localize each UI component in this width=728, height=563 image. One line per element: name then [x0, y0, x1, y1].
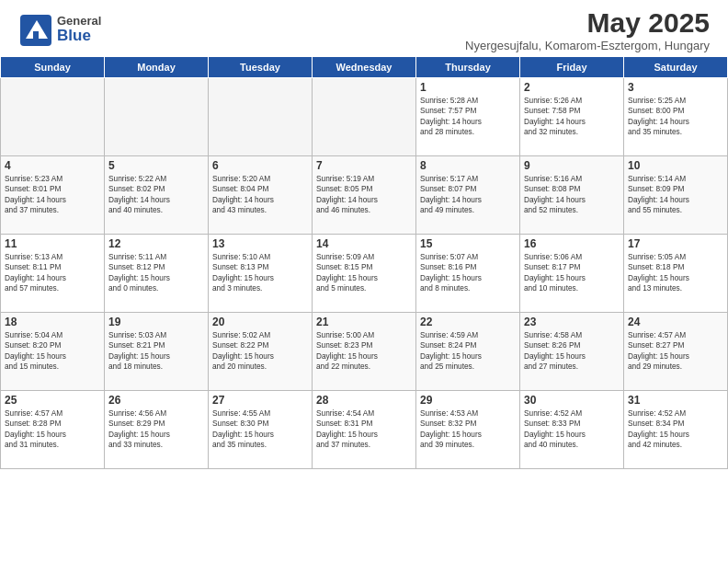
day-info: Sunrise: 4:59 AM Sunset: 8:24 PM Dayligh… [420, 330, 516, 373]
day-cell: 21Sunrise: 5:00 AM Sunset: 8:23 PM Dayli… [313, 313, 416, 391]
day-number: 17 [628, 237, 723, 250]
day-number: 24 [628, 316, 723, 328]
header-monday: Monday [105, 57, 209, 78]
day-number: 2 [524, 81, 620, 94]
day-cell: 13Sunrise: 5:10 AM Sunset: 8:13 PM Dayli… [209, 235, 313, 313]
day-cell: 29Sunrise: 4:53 AM Sunset: 8:32 PM Dayli… [416, 391, 520, 469]
day-info: Sunrise: 5:14 AM Sunset: 8:09 PM Dayligh… [628, 174, 723, 216]
day-cell: 6Sunrise: 5:20 AM Sunset: 8:04 PM Daylig… [209, 156, 313, 235]
day-info: Sunrise: 4:57 AM Sunset: 8:27 PM Dayligh… [628, 330, 723, 373]
header-friday: Friday [520, 57, 624, 78]
day-info: Sunrise: 4:53 AM Sunset: 8:32 PM Dayligh… [420, 408, 516, 451]
day-cell: 8Sunrise: 5:17 AM Sunset: 8:07 PM Daylig… [416, 156, 520, 235]
day-info: Sunrise: 4:52 AM Sunset: 8:34 PM Dayligh… [628, 408, 723, 451]
day-cell: 28Sunrise: 4:54 AM Sunset: 8:31 PM Dayli… [313, 391, 416, 469]
day-cell: 31Sunrise: 4:52 AM Sunset: 8:34 PM Dayli… [624, 391, 728, 469]
day-number: 4 [5, 159, 100, 172]
day-info: Sunrise: 5:06 AM Sunset: 8:17 PM Dayligh… [524, 252, 620, 294]
day-number: 27 [212, 394, 308, 407]
day-cell: 16Sunrise: 5:06 AM Sunset: 8:17 PM Dayli… [520, 235, 624, 313]
day-info: Sunrise: 5:00 AM Sunset: 8:23 PM Dayligh… [316, 330, 412, 373]
day-cell: 2Sunrise: 5:26 AM Sunset: 7:58 PM Daylig… [520, 78, 624, 156]
day-info: Sunrise: 5:25 AM Sunset: 8:00 PM Dayligh… [628, 96, 723, 138]
day-number: 26 [108, 394, 204, 407]
day-number: 21 [316, 316, 412, 328]
logo: General Blue [18, 13, 101, 48]
day-info: Sunrise: 5:28 AM Sunset: 7:57 PM Dayligh… [420, 96, 516, 138]
day-number: 19 [108, 316, 204, 328]
day-cell: 23Sunrise: 4:58 AM Sunset: 8:26 PM Dayli… [520, 313, 624, 391]
logo-general: General [57, 15, 101, 28]
day-number: 8 [420, 159, 516, 172]
day-number: 28 [316, 394, 412, 407]
day-number: 12 [108, 237, 204, 250]
calendar-week-3: 18Sunrise: 5:04 AM Sunset: 8:20 PM Dayli… [1, 313, 728, 391]
calendar-week-4: 25Sunrise: 4:57 AM Sunset: 8:28 PM Dayli… [1, 391, 728, 469]
day-cell: 14Sunrise: 5:09 AM Sunset: 8:15 PM Dayli… [313, 235, 416, 313]
day-info: Sunrise: 5:05 AM Sunset: 8:18 PM Dayligh… [628, 252, 723, 294]
day-number: 15 [420, 237, 516, 250]
day-info: Sunrise: 5:17 AM Sunset: 8:07 PM Dayligh… [420, 174, 516, 216]
day-cell: 9Sunrise: 5:16 AM Sunset: 8:08 PM Daylig… [520, 156, 624, 235]
day-info: Sunrise: 5:23 AM Sunset: 8:01 PM Dayligh… [5, 174, 100, 216]
day-info: Sunrise: 5:02 AM Sunset: 8:22 PM Dayligh… [212, 330, 308, 373]
day-info: Sunrise: 5:26 AM Sunset: 7:58 PM Dayligh… [524, 96, 620, 138]
day-info: Sunrise: 5:07 AM Sunset: 8:16 PM Dayligh… [420, 252, 516, 294]
day-cell: 11Sunrise: 5:13 AM Sunset: 8:11 PM Dayli… [1, 235, 105, 313]
day-info: Sunrise: 5:22 AM Sunset: 8:02 PM Dayligh… [108, 174, 204, 216]
day-cell: 24Sunrise: 4:57 AM Sunset: 8:27 PM Dayli… [624, 313, 728, 391]
day-info: Sunrise: 5:03 AM Sunset: 8:21 PM Dayligh… [108, 330, 204, 373]
day-cell: 18Sunrise: 5:04 AM Sunset: 8:20 PM Dayli… [1, 313, 105, 391]
day-number: 11 [5, 237, 100, 250]
day-number: 25 [5, 394, 100, 407]
logo-icon [18, 13, 53, 48]
day-number: 20 [212, 316, 308, 328]
day-info: Sunrise: 4:56 AM Sunset: 8:29 PM Dayligh… [108, 408, 204, 451]
day-info: Sunrise: 5:09 AM Sunset: 8:15 PM Dayligh… [316, 252, 412, 294]
day-cell: 17Sunrise: 5:05 AM Sunset: 8:18 PM Dayli… [624, 235, 728, 313]
day-info: Sunrise: 4:57 AM Sunset: 8:28 PM Dayligh… [5, 408, 100, 451]
day-number: 31 [628, 394, 723, 407]
calendar-week-0: 1Sunrise: 5:28 AM Sunset: 7:57 PM Daylig… [1, 78, 728, 156]
day-number: 22 [420, 316, 516, 328]
day-number: 29 [420, 394, 516, 407]
day-info: Sunrise: 5:16 AM Sunset: 8:08 PM Dayligh… [524, 174, 620, 216]
day-cell: 10Sunrise: 5:14 AM Sunset: 8:09 PM Dayli… [624, 156, 728, 235]
day-cell: 7Sunrise: 5:19 AM Sunset: 8:05 PM Daylig… [313, 156, 416, 235]
day-number: 18 [5, 316, 100, 328]
day-cell: 12Sunrise: 5:11 AM Sunset: 8:12 PM Dayli… [105, 235, 209, 313]
day-cell: 30Sunrise: 4:52 AM Sunset: 8:33 PM Dayli… [520, 391, 624, 469]
day-info: Sunrise: 5:10 AM Sunset: 8:13 PM Dayligh… [212, 252, 308, 294]
day-cell: 3Sunrise: 5:25 AM Sunset: 8:00 PM Daylig… [624, 78, 728, 156]
day-number: 1 [420, 81, 516, 94]
day-number: 3 [628, 81, 723, 94]
day-cell [105, 78, 209, 156]
logo-blue: Blue [57, 28, 101, 45]
day-info: Sunrise: 5:04 AM Sunset: 8:20 PM Dayligh… [5, 330, 100, 373]
day-cell: 15Sunrise: 5:07 AM Sunset: 8:16 PM Dayli… [416, 235, 520, 313]
day-number: 30 [524, 394, 620, 407]
calendar-week-1: 4Sunrise: 5:23 AM Sunset: 8:01 PM Daylig… [1, 156, 728, 235]
header-sunday: Sunday [1, 57, 105, 78]
calendar-table: Sunday Monday Tuesday Wednesday Thursday… [0, 56, 728, 469]
day-cell: 25Sunrise: 4:57 AM Sunset: 8:28 PM Dayli… [1, 391, 105, 469]
svg-rect-2 [33, 31, 39, 39]
day-cell: 19Sunrise: 5:03 AM Sunset: 8:21 PM Dayli… [105, 313, 209, 391]
day-cell: 26Sunrise: 4:56 AM Sunset: 8:29 PM Dayli… [105, 391, 209, 469]
day-cell [313, 78, 416, 156]
day-number: 10 [628, 159, 723, 172]
day-number: 16 [524, 237, 620, 250]
day-cell: 1Sunrise: 5:28 AM Sunset: 7:57 PM Daylig… [416, 78, 520, 156]
day-info: Sunrise: 4:54 AM Sunset: 8:31 PM Dayligh… [316, 408, 412, 451]
day-cell: 20Sunrise: 5:02 AM Sunset: 8:22 PM Dayli… [209, 313, 313, 391]
day-info: Sunrise: 4:52 AM Sunset: 8:33 PM Dayligh… [524, 408, 620, 451]
day-number: 14 [316, 237, 412, 250]
title-section: May 2025 Nyergesujfalu, Komarom-Esztergo… [465, 7, 710, 52]
calendar-week-2: 11Sunrise: 5:13 AM Sunset: 8:11 PM Dayli… [1, 235, 728, 313]
day-cell [1, 78, 105, 156]
day-cell: 22Sunrise: 4:59 AM Sunset: 8:24 PM Dayli… [416, 313, 520, 391]
day-info: Sunrise: 5:20 AM Sunset: 8:04 PM Dayligh… [212, 174, 308, 216]
day-number: 5 [108, 159, 204, 172]
day-info: Sunrise: 5:13 AM Sunset: 8:11 PM Dayligh… [5, 252, 100, 294]
day-number: 7 [316, 159, 412, 172]
